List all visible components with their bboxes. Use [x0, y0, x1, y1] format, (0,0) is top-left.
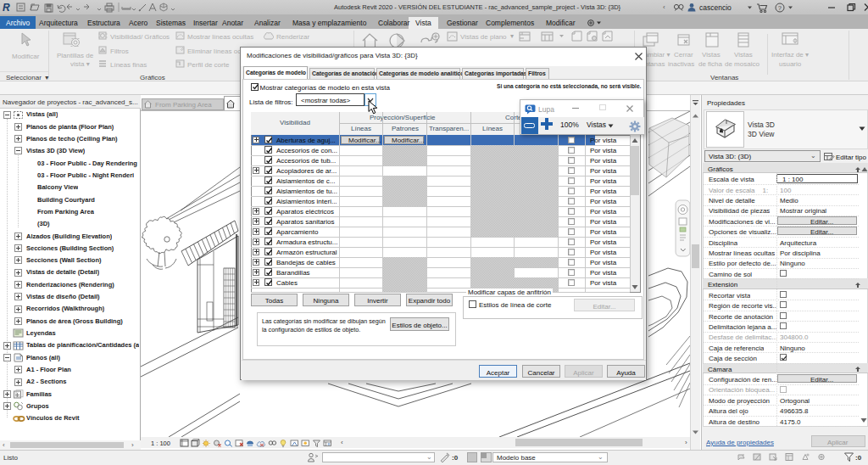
svg-text:?: ? [778, 4, 782, 12]
